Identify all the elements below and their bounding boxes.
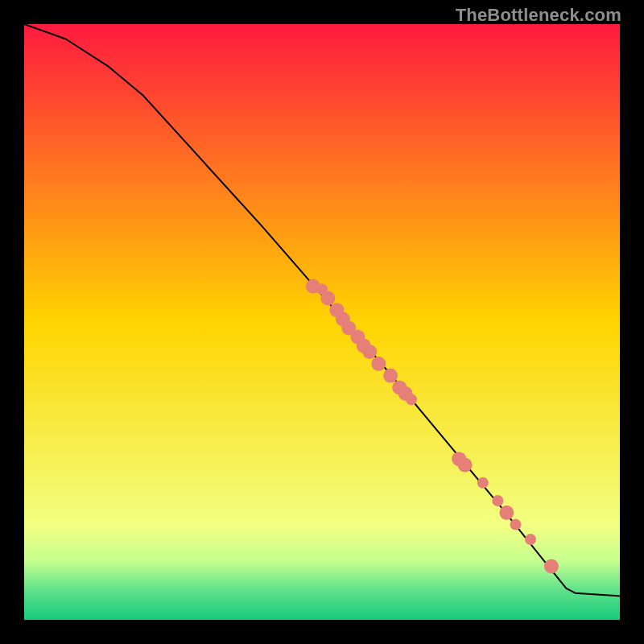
data-marker xyxy=(510,519,522,530)
data-marker xyxy=(406,394,417,405)
data-marker xyxy=(499,506,514,520)
data-marker xyxy=(492,495,503,506)
data-marker xyxy=(320,291,335,305)
data-marker xyxy=(362,345,377,359)
data-marker xyxy=(525,534,536,545)
chart-frame: TheBottleneck.com xyxy=(0,0,644,644)
watermark-label: TheBottleneck.com xyxy=(456,5,621,26)
data-marker xyxy=(458,458,473,473)
data-marker xyxy=(383,369,398,383)
data-marker xyxy=(544,559,559,573)
data-marker xyxy=(477,477,489,489)
gradient-bg xyxy=(24,24,620,620)
data-marker xyxy=(371,357,386,371)
chart-plot xyxy=(24,24,620,620)
